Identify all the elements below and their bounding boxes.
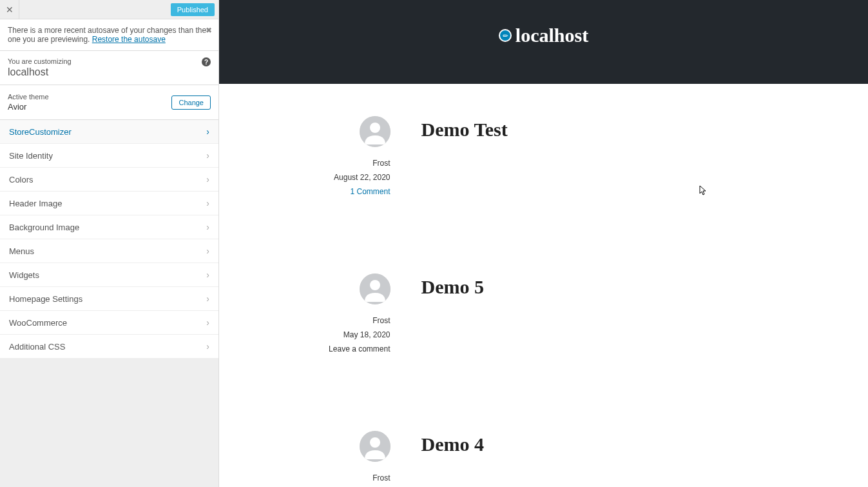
- avatar: [360, 431, 391, 462]
- chevron-right-icon: ›: [206, 341, 209, 352]
- change-theme-button[interactable]: Change: [171, 95, 211, 110]
- post-author[interactable]: Frost: [372, 473, 390, 482]
- customizing-header: You are customizing localhost ?: [0, 51, 218, 85]
- svg-point-1: [370, 123, 380, 133]
- section-label: Colors: [9, 175, 34, 184]
- section-item-additional-css[interactable]: Additional CSS›: [0, 335, 218, 359]
- post-item: FrostAugust 22, 20201 CommentDemo Test: [254, 116, 834, 196]
- site-title-wrap: ✎ localhost: [499, 25, 588, 46]
- section-label: Homepage Settings: [9, 294, 82, 304]
- site-title[interactable]: localhost: [516, 25, 588, 46]
- section-item-header-image[interactable]: Header Image›: [0, 192, 218, 215]
- post-title[interactable]: Demo Test: [421, 116, 821, 196]
- svg-point-5: [370, 437, 380, 448]
- posts-list: FrostAugust 22, 20201 CommentDemo TestFr…: [219, 84, 868, 487]
- active-theme-label: Active theme: [8, 93, 49, 101]
- publish-button[interactable]: Published: [171, 3, 215, 16]
- section-label: Widgets: [9, 270, 39, 280]
- active-theme-section: Active theme Avior Change: [0, 85, 218, 120]
- section-item-background-image[interactable]: Background Image›: [0, 215, 218, 239]
- customizing-label: You are customizing: [8, 57, 211, 65]
- preview-pane: ✎ localhost FrostAugust 22, 20201 Commen…: [219, 0, 868, 487]
- post-author[interactable]: Frost: [372, 159, 390, 168]
- autosave-notice: There is a more recent autosave of your …: [0, 19, 218, 51]
- post-item: FrostMay 18, 2020Leave a commentDemo 5: [254, 273, 834, 353]
- section-item-colors[interactable]: Colors›: [0, 168, 218, 192]
- section-item-woocommerce[interactable]: WooCommerce›: [0, 311, 218, 335]
- section-item-homepage-settings[interactable]: Homepage Settings›: [0, 287, 218, 311]
- restore-autosave-link[interactable]: Restore the autosave: [92, 35, 166, 44]
- chevron-right-icon: ›: [206, 270, 209, 280]
- chevron-right-icon: ›: [206, 150, 209, 161]
- section-label: Menus: [9, 246, 34, 256]
- site-header: ✎ localhost: [219, 0, 868, 84]
- notice-dismiss-icon[interactable]: ✖: [206, 26, 212, 35]
- chevron-right-icon: ›: [206, 198, 209, 208]
- help-icon[interactable]: ?: [202, 57, 211, 66]
- chevron-right-icon: ›: [206, 222, 209, 232]
- post-comments-link[interactable]: 1 Comment: [350, 187, 390, 196]
- customizer-sections: StoreCustomizer›Site Identity›Colors›Hea…: [0, 120, 218, 359]
- avatar: [360, 273, 391, 304]
- chevron-right-icon: ›: [206, 317, 209, 328]
- chevron-right-icon: ›: [206, 174, 209, 184]
- avatar: [360, 116, 391, 147]
- section-label: Background Image: [9, 223, 79, 232]
- post-author[interactable]: Frost: [372, 316, 390, 325]
- post-date[interactable]: May 18, 2020: [343, 330, 391, 339]
- section-item-menus[interactable]: Menus›: [0, 239, 218, 263]
- section-label: Header Image: [9, 199, 62, 208]
- post-meta: FrostMay 18, 2020Leave a comment: [267, 431, 421, 487]
- post-meta: FrostMay 18, 2020Leave a comment: [267, 273, 421, 353]
- section-label: Additional CSS: [9, 342, 65, 352]
- post-item: FrostMay 18, 2020Leave a commentDemo 4: [254, 431, 834, 487]
- customizing-site-name: localhost: [8, 66, 211, 78]
- chevron-right-icon: ›: [206, 293, 209, 304]
- edit-shortcut-icon[interactable]: ✎: [496, 26, 514, 45]
- post-comments-link[interactable]: Leave a comment: [329, 344, 390, 353]
- svg-point-3: [370, 280, 380, 290]
- post-title[interactable]: Demo 4: [421, 431, 821, 487]
- section-label: Site Identity: [9, 151, 53, 161]
- top-bar: ✕ Published: [0, 0, 218, 19]
- section-item-widgets[interactable]: Widgets›: [0, 263, 218, 287]
- chevron-right-icon: ›: [206, 126, 209, 137]
- close-button[interactable]: ✕: [0, 0, 19, 19]
- post-date[interactable]: August 22, 2020: [334, 173, 390, 182]
- post-meta: FrostAugust 22, 20201 Comment: [267, 116, 421, 196]
- post-title[interactable]: Demo 5: [421, 273, 821, 353]
- active-theme-name: Avior: [8, 102, 49, 112]
- customizer-sidebar: ✕ Published There is a more recent autos…: [0, 0, 219, 487]
- section-item-site-identity[interactable]: Site Identity›: [0, 144, 218, 168]
- section-label: StoreCustomizer: [9, 127, 72, 137]
- section-label: WooCommerce: [9, 318, 67, 328]
- section-item-storecustomizer[interactable]: StoreCustomizer›: [0, 120, 218, 144]
- chevron-right-icon: ›: [206, 246, 209, 256]
